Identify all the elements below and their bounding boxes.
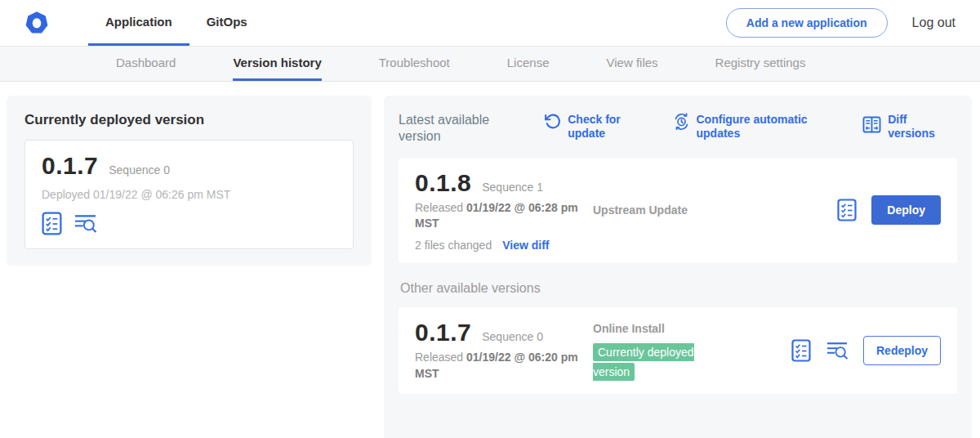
subnav-troubleshoot[interactable]: Troubleshoot [379,47,450,81]
diff-versions-icon [862,116,881,136]
other-versions-title: Other available versions [400,281,956,296]
configure-automatic-updates-label: Configure automatic updates [697,113,821,141]
deployed-version-number: 0.1.7 [42,152,98,180]
app-subnav: Dashboard Version history Troubleshoot L… [0,47,980,82]
view-logs-icon[interactable] [74,213,97,234]
deployed-version-card: 0.1.7 Sequence 0 Deployed 01/19/22 @ 06:… [24,140,354,249]
deploy-button[interactable]: Deploy [871,195,941,225]
tab-application[interactable]: Application [88,0,189,46]
latest-sequence-label: Sequence 1 [482,181,543,194]
latest-available-title: Latest available version [399,112,510,145]
redeploy-button[interactable]: Redeploy [863,336,941,365]
top-tabs: Application GitOps [88,0,265,46]
latest-source-label: Upstream Update [593,203,837,217]
subnav-registry-settings[interactable]: Registry settings [715,47,806,81]
other-version-card: 0.1.7 Sequence 0 Released 01/19/22 @ 06:… [399,307,957,394]
auto-update-schedule-icon [673,113,690,133]
files-changed-label: 2 files changed [415,239,492,252]
deployed-timestamp: Deployed 01/19/22 @ 06:26 pm MST [42,188,336,201]
currently-deployed-panel: Currently deployed version 0.1.7 Sequenc… [7,96,372,266]
other-version-number: 0.1.7 [415,319,471,346]
check-for-update-button[interactable]: Check for update [544,113,630,141]
diff-versions-button[interactable]: Diff versions [862,113,954,141]
latest-version-card: 0.1.8 Sequence 1 Released 01/19/22 @ 06:… [399,158,957,263]
currently-deployed-badge: Currently deployed version [593,343,694,382]
diff-versions-label: Diff versions [888,113,954,141]
subnav-version-history[interactable]: Version history [233,47,321,81]
subnav-dashboard[interactable]: Dashboard [116,47,176,81]
configure-automatic-updates-button[interactable]: Configure automatic updates [673,113,821,141]
currently-deployed-title: Currently deployed version [24,112,354,128]
top-nav: Application GitOps Add a new application… [0,0,980,47]
latest-version-number: 0.1.8 [415,169,471,197]
view-diff-link[interactable]: View diff [502,239,549,252]
latest-released-timestamp: Released 01/19/22 @ 06:28 pm MST [415,200,593,232]
subnav-view-files[interactable]: View files [606,47,657,81]
other-source-label: Online Install [593,322,791,335]
latest-available-panel: Latest available version Check for updat… [384,96,972,438]
subnav-license[interactable]: License [507,47,550,81]
release-notes-icon[interactable] [837,199,857,221]
check-for-update-label: Check for update [568,113,630,141]
app-logo-icon[interactable] [24,11,49,35]
main-content: Currently deployed version 0.1.7 Sequenc… [0,82,980,438]
other-released-timestamp: Released 01/19/22 @ 06:20 pm MST [415,350,593,382]
latest-header-actions: Check for update Configure automat [544,112,957,141]
release-notes-icon[interactable] [791,339,811,362]
tab-gitops[interactable]: GitOps [189,0,265,46]
release-notes-icon[interactable] [42,212,62,235]
view-logs-icon[interactable] [826,341,849,360]
check-update-icon [544,113,561,133]
deployed-sequence-label: Sequence 0 [109,163,170,177]
logout-link[interactable]: Log out [912,16,956,30]
top-nav-right: Add a new application Log out [726,0,956,46]
other-sequence-label: Sequence 0 [482,330,543,343]
latest-header: Latest available version Check for updat… [399,112,957,145]
add-application-button[interactable]: Add a new application [726,8,888,38]
